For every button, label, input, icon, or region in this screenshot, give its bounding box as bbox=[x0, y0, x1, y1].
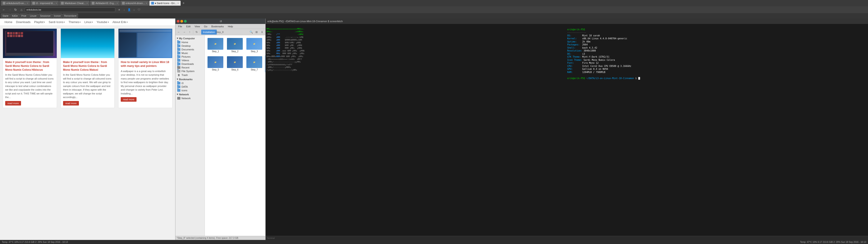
fm-view-toggle-button[interactable]: ⊞ bbox=[254, 30, 259, 35]
fm-search-button[interactable]: 🔍 bbox=[249, 30, 254, 35]
fm-sidebar-icons-label: icons bbox=[182, 89, 187, 92]
tab-1[interactable]: erikdubois/i3-on... × bbox=[1, 1, 30, 6]
tab-4[interactable]: Airblader/i3: i3-g... × bbox=[90, 1, 120, 6]
fm-forward-button[interactable]: → bbox=[182, 30, 187, 35]
fm-file-step7[interactable]: 📁 Step_7 bbox=[246, 55, 263, 72]
fm-info-button[interactable]: ℹ bbox=[259, 30, 265, 35]
tab-close-5[interactable]: × bbox=[146, 2, 147, 4]
fm-menu-bookmarks[interactable]: Bookmarks bbox=[210, 25, 225, 28]
remember-button[interactable]: Remember▾ bbox=[63, 13, 78, 18]
home-addr-icon[interactable]: ⌂ bbox=[132, 8, 136, 12]
linux-button[interactable]: Linux▾ bbox=[28, 13, 38, 18]
fm-sidebar-music[interactable]: Music bbox=[176, 51, 205, 55]
icons-button[interactable]: Icons▾ bbox=[53, 13, 62, 18]
fm-tab-installation[interactable]: Installation bbox=[201, 30, 217, 35]
fm-minimize-button[interactable] bbox=[180, 20, 183, 23]
tab-close-1[interactable]: × bbox=[27, 2, 28, 4]
read-more-watusi[interactable]: read more bbox=[63, 101, 79, 105]
fm-sidebar-trash[interactable]: 🗑 Trash bbox=[176, 73, 205, 77]
reload-button[interactable]: ↻ bbox=[13, 7, 18, 12]
fm-menu-help[interactable]: Help bbox=[226, 25, 235, 28]
music-folder-icon bbox=[177, 52, 180, 55]
tab-6[interactable]: ♦ Sardi Icons - Eri... × bbox=[149, 1, 181, 6]
fm-close-button[interactable] bbox=[177, 20, 180, 23]
fm-sidebar-pictures[interactable]: Pictures bbox=[176, 55, 205, 59]
fm-sidebar-places-header[interactable]: ▾ My Computer bbox=[176, 36, 205, 40]
nav-home[interactable]: Home bbox=[4, 20, 12, 24]
bookmark-icon[interactable]: ★ bbox=[117, 8, 121, 12]
fm-places-label: My Computer bbox=[179, 37, 195, 40]
home-button[interactable]: ⌂ bbox=[19, 7, 24, 12]
fm-sidebar-recent[interactable]: Recent bbox=[176, 66, 205, 69]
fm-sidebar-i3-label: i3 bbox=[182, 82, 184, 85]
nav-about-erik[interactable]: About Erik ▾ bbox=[113, 20, 128, 24]
fm-file-step2[interactable]: 📁 Step_2 bbox=[226, 37, 244, 54]
terminal-status-text: Terminal bbox=[267, 237, 275, 239]
fm-sidebar-bookmarks-header[interactable]: ▾ Bookmarks bbox=[176, 77, 205, 81]
fm-file-step8[interactable]: 📁 Step_8 bbox=[265, 55, 266, 72]
fm-menu-edit[interactable]: Edit bbox=[184, 25, 192, 28]
playlist-caret-icon: ▾ bbox=[44, 21, 45, 23]
fm-filename-step1: Step_1 bbox=[212, 50, 219, 53]
tab-title-2: i3 - improved til... bbox=[36, 2, 55, 4]
nav-sardi-icons[interactable]: Sardi Icons ▾ bbox=[49, 20, 65, 24]
read-more-variety[interactable]: read more bbox=[121, 97, 136, 102]
back-button[interactable]: ← bbox=[1, 7, 6, 12]
fm-sidebar-downloads[interactable]: Downloads bbox=[176, 62, 205, 66]
fm-menu-file[interactable]: File bbox=[176, 25, 184, 28]
start-button[interactable]: Start▾ bbox=[1, 13, 10, 18]
trash-icon: 🗑 bbox=[177, 73, 180, 77]
new-tab-button[interactable]: + bbox=[181, 1, 186, 6]
fm-up-button[interactable]: ↑ bbox=[187, 30, 192, 35]
nav-youtube[interactable]: Youtube ▾ bbox=[96, 20, 109, 24]
download-icon[interactable]: ↓ bbox=[122, 8, 126, 12]
forward-button[interactable]: → bbox=[7, 7, 12, 12]
tab-2[interactable]: i3 - improved til... × bbox=[31, 1, 59, 6]
nav-linux[interactable]: Linux ▾ bbox=[84, 20, 93, 24]
fm-menu-view[interactable]: View bbox=[193, 25, 202, 28]
shield-icon[interactable]: 🛡 bbox=[137, 8, 141, 12]
tab-close-4[interactable]: × bbox=[117, 2, 118, 4]
fm-sidebar-network-header[interactable]: ▾ Network bbox=[176, 92, 205, 96]
kde-button[interactable]: KdG▾ bbox=[10, 13, 19, 18]
fm-sidebar-icons[interactable]: icons bbox=[176, 89, 205, 92]
read-more-hibiscus[interactable]: read more bbox=[5, 101, 21, 105]
tab-5[interactable]: enkore/i4-dmen... × bbox=[120, 1, 149, 6]
tab-3[interactable]: Markdown Cheat... × bbox=[59, 1, 90, 6]
tab-favicon-3 bbox=[61, 2, 64, 4]
fm-file-step6[interactable]: 📁 Step_6 bbox=[226, 55, 244, 72]
fm-tab-step8[interactable]: Step_8 bbox=[217, 30, 222, 35]
themes-caret-icon: ▾ bbox=[80, 21, 81, 23]
fm-sidebar-network-item[interactable]: Network bbox=[176, 96, 205, 100]
fm-file-step1[interactable]: 📁 Step_1 bbox=[207, 37, 224, 54]
url-input[interactable] bbox=[25, 7, 115, 12]
fm-sidebar-desktop[interactable]: Desktop bbox=[176, 44, 205, 48]
nav-playlist[interactable]: Playlist ▾ bbox=[34, 20, 45, 24]
priv-button[interactable]: Priv▾ bbox=[20, 13, 28, 18]
fm-sidebar-home[interactable]: Home bbox=[176, 40, 205, 44]
sessions-button[interactable]: Sessions▾ bbox=[38, 13, 52, 18]
tab-close-6[interactable]: × bbox=[178, 2, 179, 4]
fm-sidebar-i3[interactable]: i3 bbox=[176, 81, 205, 85]
fm-back-button[interactable]: ← bbox=[176, 30, 181, 35]
card-body-hibiscus: Make it yourself icon theme : from Sardi… bbox=[3, 58, 57, 108]
fm-file-step5[interactable]: 📁 Step_5 bbox=[207, 55, 224, 72]
fm-file-step3[interactable]: 📁 Step_3 bbox=[246, 37, 263, 54]
user-icon[interactable]: 👤 bbox=[127, 8, 131, 12]
fm-sidebar-documents[interactable]: Documents bbox=[176, 48, 205, 51]
fm-sidebar-videos[interactable]: Videos bbox=[176, 59, 205, 62]
fm-sidebar-filesystem[interactable]: File System bbox=[176, 69, 205, 73]
tab-close-3[interactable]: × bbox=[87, 2, 88, 4]
tab-close-2[interactable]: × bbox=[56, 2, 57, 4]
nav-downloads[interactable]: Downloads bbox=[16, 20, 31, 24]
fm-bookmarks-label: Bookmarks bbox=[179, 78, 193, 81]
terminal-content[interactable]: MMs++++++++++++++++++++++MMds+. MMd+: :+… bbox=[266, 24, 868, 236]
fm-file-step4[interactable]: 📁 Step_4 bbox=[265, 37, 266, 54]
fm-menu-go[interactable]: Go bbox=[202, 25, 209, 28]
fm-sidebar-data[interactable]: DATA bbox=[176, 85, 205, 89]
fm-maximize-button[interactable] bbox=[184, 20, 187, 23]
card-image-hibiscus bbox=[3, 29, 57, 58]
fm-sidebar-home-label: Home bbox=[182, 41, 188, 43]
nav-themes[interactable]: Themes ▾ bbox=[68, 20, 81, 24]
fm-reload-button[interactable]: ↻ bbox=[194, 30, 199, 35]
